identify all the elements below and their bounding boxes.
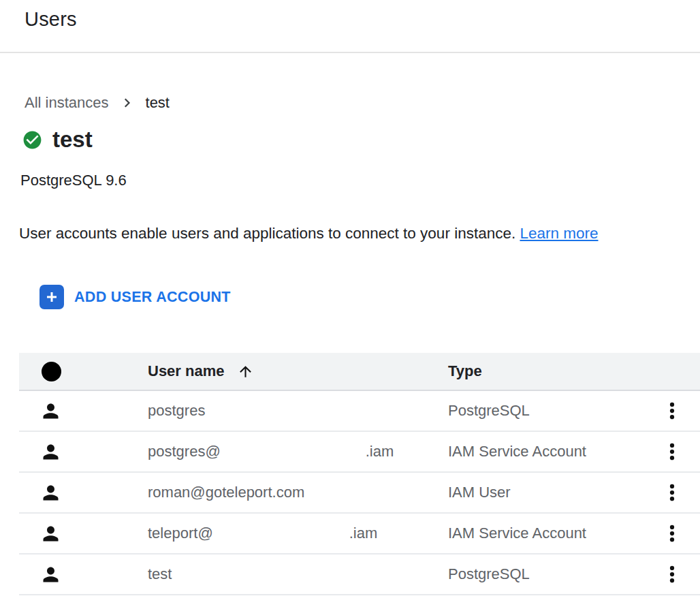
sort-ascending-icon xyxy=(237,363,254,380)
header-row: User name Type xyxy=(19,353,700,390)
type-cell: IAM Service Account xyxy=(448,443,586,460)
breadcrumb: All instances test xyxy=(25,94,700,112)
instance-name: test xyxy=(52,127,93,153)
more-vert-icon xyxy=(662,401,682,421)
learn-more-link[interactable]: Learn more xyxy=(520,225,598,242)
type-cell: PostgreSQL xyxy=(448,402,530,419)
person-icon xyxy=(39,563,148,586)
users-table: User name Type postgres PostgreS xyxy=(19,353,700,595)
user-name-suffix: .iam xyxy=(366,443,394,460)
redacted-gap xyxy=(221,456,366,456)
row-menu-button[interactable] xyxy=(662,564,682,584)
user-name-suffix: .iam xyxy=(349,525,378,542)
user-circle-icon xyxy=(42,362,61,381)
plus-icon xyxy=(39,285,64,309)
page-title: Users xyxy=(25,8,675,31)
row-menu-button[interactable] xyxy=(662,401,682,421)
table-row: test PostgreSQL xyxy=(19,554,700,595)
table-row: postgres@.iam IAM Service Account xyxy=(19,431,700,472)
table-row: roman@goteleport.com IAM User xyxy=(19,472,700,513)
row-menu-button[interactable] xyxy=(662,482,682,503)
more-vert-icon xyxy=(662,564,682,584)
user-name-header-label: User name xyxy=(148,362,225,380)
page-header: Users xyxy=(0,0,700,53)
type-cell: PostgreSQL xyxy=(448,565,530,582)
column-header-type: Type xyxy=(448,353,646,390)
user-name-cell: roman@goteleport.com xyxy=(148,484,304,501)
add-user-account-button[interactable]: ADD USER ACCOUNT xyxy=(39,285,231,309)
check-circle-icon xyxy=(22,129,43,151)
redacted-gap xyxy=(213,537,349,538)
type-cell: IAM User xyxy=(448,484,511,501)
more-vert-icon xyxy=(662,441,682,462)
person-icon xyxy=(39,400,148,422)
table-row: teleport@.iam IAM Service Account xyxy=(19,513,700,554)
user-name-cell: teleport@ xyxy=(148,525,213,542)
more-vert-icon xyxy=(662,523,682,544)
user-name-cell: postgres@ xyxy=(148,443,221,460)
more-vert-icon xyxy=(662,482,682,503)
chevron-right-icon xyxy=(118,94,136,112)
description: User accounts enable users and applicati… xyxy=(19,225,700,243)
description-text: User accounts enable users and applicati… xyxy=(19,225,515,242)
instance-version: PostgreSQL 9.6 xyxy=(20,172,700,189)
breadcrumb-current: test xyxy=(146,94,170,112)
row-menu-button[interactable] xyxy=(662,441,682,462)
table-row: postgres PostgreSQL xyxy=(19,390,700,431)
content: All instances test test PostgreSQL 9.6 U… xyxy=(0,94,700,595)
add-user-account-label: ADD USER ACCOUNT xyxy=(74,289,231,306)
type-cell: IAM Service Account xyxy=(448,525,586,542)
person-icon xyxy=(39,522,148,545)
person-icon xyxy=(39,482,148,504)
row-menu-button[interactable] xyxy=(662,523,682,544)
column-header-user-name[interactable]: User name xyxy=(148,353,448,390)
person-icon xyxy=(39,441,148,463)
user-name-cell: postgres xyxy=(148,402,205,419)
instance-heading: test xyxy=(22,127,700,153)
type-header-label: Type xyxy=(448,362,482,379)
user-name-cell: test xyxy=(148,565,172,582)
breadcrumb-all-instances[interactable]: All instances xyxy=(25,94,109,112)
table-header: User name Type xyxy=(19,353,700,390)
